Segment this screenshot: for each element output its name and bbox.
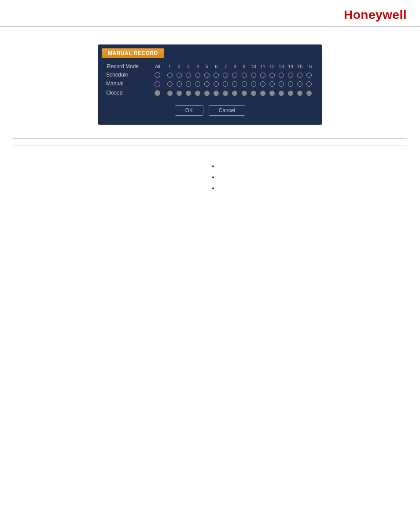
row-label-manual: Manual <box>106 79 150 88</box>
schedule-ch5[interactable] <box>203 70 212 79</box>
closed-ch11[interactable] <box>258 88 267 97</box>
schedule-ch14[interactable] <box>286 70 295 79</box>
closed-ch5[interactable] <box>203 88 212 97</box>
col-header-all: All <box>150 62 165 70</box>
col-header-ch4: 4 <box>193 62 202 70</box>
col-header-ch16: 16 <box>305 62 314 70</box>
manual-ch14[interactable] <box>286 79 295 88</box>
col-header-ch10: 10 <box>249 62 258 70</box>
closed-ch9[interactable] <box>239 88 249 97</box>
closed-ch15[interactable] <box>295 88 305 97</box>
row-label-schedule: Schedule <box>106 70 150 79</box>
col-header-ch12: 12 <box>267 62 276 70</box>
manual-ch6[interactable] <box>212 79 221 88</box>
manual-ch15[interactable] <box>295 79 305 88</box>
manual-ch4[interactable] <box>193 79 202 88</box>
radio-manual-all[interactable] <box>155 81 160 87</box>
ok-button[interactable]: OK <box>175 105 203 116</box>
dialog-body: Record Mode All 1 2 3 4 5 6 7 8 9 10 11 … <box>98 58 322 116</box>
dialog-title: MANUAL RECORD <box>102 48 164 58</box>
closed-ch10[interactable] <box>249 88 258 97</box>
closed-ch1[interactable] <box>165 88 174 97</box>
schedule-ch4[interactable] <box>193 70 202 79</box>
manual-ch5[interactable] <box>203 79 212 88</box>
manual-all-radio[interactable] <box>150 79 165 88</box>
manual-ch10[interactable] <box>249 79 258 88</box>
manual-ch16[interactable] <box>305 79 314 88</box>
dialog-buttons: OK Cancel <box>106 105 314 116</box>
closed-ch13[interactable] <box>276 88 286 97</box>
col-header-ch6: 6 <box>212 62 221 70</box>
manual-ch3[interactable] <box>184 79 193 88</box>
schedule-ch10[interactable] <box>249 70 258 79</box>
col-header-ch2: 2 <box>174 62 184 70</box>
schedule-all-radio[interactable] <box>150 70 165 79</box>
closed-ch8[interactable] <box>230 88 239 97</box>
closed-ch4[interactable] <box>193 88 202 97</box>
closed-ch12[interactable] <box>267 88 276 97</box>
radio-schedule-all[interactable] <box>155 72 160 78</box>
manual-ch13[interactable] <box>276 79 286 88</box>
closed-ch14[interactable] <box>286 88 295 97</box>
col-header-ch7: 7 <box>221 62 230 70</box>
cancel-button[interactable]: Cancel <box>209 105 245 116</box>
radio-closed-all[interactable] <box>155 90 160 96</box>
schedule-ch8[interactable] <box>230 70 239 79</box>
manual-ch9[interactable] <box>239 79 249 88</box>
schedule-ch9[interactable] <box>239 70 249 79</box>
col-header-ch13: 13 <box>276 62 286 70</box>
manual-ch7[interactable] <box>221 79 230 88</box>
closed-ch3[interactable] <box>184 88 193 97</box>
manual-record-dialog: MANUAL RECORD Record Mode All 1 2 3 4 5 … <box>98 44 322 125</box>
separator-top <box>13 138 407 139</box>
col-header-ch1: 1 <box>165 62 174 70</box>
closed-all-radio[interactable] <box>150 88 165 97</box>
col-header-ch11: 11 <box>258 62 267 70</box>
closed-ch2[interactable] <box>174 88 184 97</box>
schedule-ch2[interactable] <box>174 70 184 79</box>
col-header-ch3: 3 <box>184 62 193 70</box>
col-header-ch8: 8 <box>230 62 239 70</box>
closed-ch16[interactable] <box>305 88 314 97</box>
schedule-ch3[interactable] <box>184 70 193 79</box>
row-manual: Manual <box>106 79 314 88</box>
manual-ch8[interactable] <box>230 79 239 88</box>
schedule-ch11[interactable] <box>258 70 267 79</box>
manual-ch12[interactable] <box>267 79 276 88</box>
honeywell-logo: Honeywell <box>344 8 407 22</box>
col-header-ch5: 5 <box>203 62 212 70</box>
separator-bottom <box>13 146 407 146</box>
schedule-ch1[interactable] <box>165 70 174 79</box>
bullet-list <box>201 163 219 196</box>
schedule-ch6[interactable] <box>212 70 221 79</box>
col-header-ch15: 15 <box>295 62 305 70</box>
closed-ch6[interactable] <box>212 88 221 97</box>
schedule-ch16[interactable] <box>305 70 314 79</box>
row-closed: Closed <box>106 88 314 97</box>
closed-ch7[interactable] <box>221 88 230 97</box>
page-header: Honeywell <box>0 0 420 27</box>
col-header-ch14: 14 <box>286 62 295 70</box>
schedule-ch15[interactable] <box>295 70 305 79</box>
main-content: MANUAL RECORD Record Mode All 1 2 3 4 5 … <box>0 27 420 196</box>
row-schedule: Schedule <box>106 70 314 79</box>
col-header-label: Record Mode <box>106 62 150 70</box>
manual-ch1[interactable] <box>165 79 174 88</box>
manual-ch2[interactable] <box>174 79 184 88</box>
manual-ch11[interactable] <box>258 79 267 88</box>
schedule-ch13[interactable] <box>276 70 286 79</box>
row-label-closed: Closed <box>106 88 150 97</box>
schedule-ch12[interactable] <box>267 70 276 79</box>
col-header-ch9: 9 <box>239 62 249 70</box>
record-mode-table: Record Mode All 1 2 3 4 5 6 7 8 9 10 11 … <box>106 62 314 97</box>
schedule-ch7[interactable] <box>221 70 230 79</box>
